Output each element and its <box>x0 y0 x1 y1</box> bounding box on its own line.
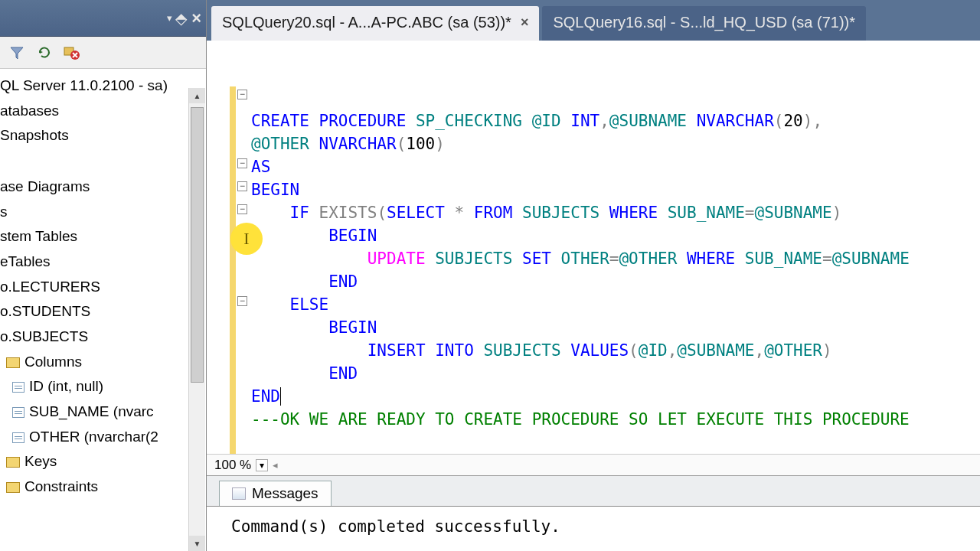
tree-column-id[interactable]: ID (int, null) <box>0 374 206 399</box>
tree-databases-node[interactable]: atabases <box>0 99 206 124</box>
fold-toggle[interactable]: − <box>237 296 247 306</box>
tab-close-icon[interactable]: × <box>521 15 529 31</box>
tree-label: OTHER (nvarchar(2 <box>29 429 158 445</box>
cursor-highlight-icon: I <box>230 223 263 255</box>
folder-icon <box>6 457 20 468</box>
refresh-icon[interactable] <box>35 44 54 62</box>
tree-students-node[interactable]: o.STUDENTS <box>0 299 206 324</box>
tab-label: SQLQuery16.sql - S...ld_HQ_USD (sa (71))… <box>553 14 855 31</box>
tree-columns-node[interactable]: Columns <box>0 350 206 375</box>
tree-label: SUB_NAME (nvarc <box>29 403 154 419</box>
object-explorer-panel: ▾ ⬘ × QL Server 11.0.2100 - sa) atabases… <box>0 0 207 551</box>
panel-header: ▾ ⬘ × <box>0 0 206 37</box>
scroll-up-icon[interactable]: ▲ <box>189 88 205 103</box>
results-tabstrip: Messages <box>207 475 980 506</box>
panel-toolbar <box>0 37 206 69</box>
tree-column-subname[interactable]: SUB_NAME (nvarc <box>0 399 206 425</box>
tree-label: Keys <box>24 453 57 469</box>
tree-constraints-node[interactable]: Constraints <box>0 474 206 500</box>
tree-scrollbar[interactable]: ▲ ▼ <box>188 88 205 551</box>
messages-icon <box>232 487 246 500</box>
tree-column-other[interactable]: OTHER (nvarchar(2 <box>0 425 206 450</box>
fold-gutter: − − − − − <box>236 86 251 454</box>
scroll-down-icon[interactable]: ▼ <box>189 536 205 551</box>
fold-toggle[interactable]: − <box>237 181 247 191</box>
editor-tabstrip: SQLQuery20.sql - A...A-PC.ABC (sa (53))*… <box>207 0 980 41</box>
tab-sqlquery16[interactable]: SQLQuery16.sql - S...ld_HQ_USD (sa (71))… <box>542 6 866 41</box>
modification-strip <box>230 86 236 454</box>
pin-icon[interactable]: ⬘ <box>175 9 187 28</box>
tree-s-node[interactable]: s <box>0 200 206 225</box>
tree-keys-node[interactable]: Keys <box>0 449 206 474</box>
hscroll-left-icon[interactable]: ◂ <box>273 459 278 471</box>
tree-etables-node[interactable]: eTables <box>0 249 206 275</box>
tab-messages[interactable]: Messages <box>219 481 332 506</box>
column-icon <box>12 382 24 393</box>
code-editor[interactable]: − − − − − ICREATE PROCEDURE SP_CHECKING … <box>207 41 980 454</box>
tab-sqlquery20[interactable]: SQLQuery20.sql - A...A-PC.ABC (sa (53))*… <box>211 6 539 41</box>
messages-output[interactable]: Command(s) completed successfully. <box>207 506 980 551</box>
tree-system-tables-node[interactable]: stem Tables <box>0 224 206 249</box>
object-tree[interactable]: QL Server 11.0.2100 - sa) atabases Snaps… <box>0 69 206 551</box>
zoom-bar: 100 % ▾ ◂ <box>207 454 980 475</box>
folder-icon <box>6 357 20 368</box>
filter-icon[interactable] <box>8 44 26 62</box>
tree-server-node[interactable]: QL Server 11.0.2100 - sa) <box>0 73 206 99</box>
tab-label: SQLQuery20.sql - A...A-PC.ABC (sa (53))* <box>222 14 511 31</box>
tree-lecturers-node[interactable]: o.LECTURERS <box>0 275 206 300</box>
fold-toggle[interactable]: − <box>237 90 247 99</box>
tree-subjects-node[interactable]: o.SUBJECTS <box>0 324 206 350</box>
column-icon <box>12 407 24 418</box>
gutter <box>207 86 230 454</box>
tree-label: Columns <box>24 354 82 370</box>
tree-label: Constraints <box>24 478 98 494</box>
tree-label: ID (int, null) <box>29 378 103 394</box>
code-body[interactable]: ICREATE PROCEDURE SP_CHECKING @ID INT,@S… <box>251 86 980 454</box>
tree-snapshots-node[interactable]: Snapshots <box>0 123 206 148</box>
tab-label: Messages <box>252 485 318 502</box>
fold-toggle[interactable]: − <box>237 204 247 214</box>
editor-area: − − − − − ICREATE PROCEDURE SP_CHECKING … <box>207 41 980 551</box>
fold-toggle[interactable]: − <box>237 158 247 168</box>
stop-filter-icon[interactable] <box>63 44 81 62</box>
panel-close-icon[interactable]: × <box>191 8 201 28</box>
zoom-value: 100 % <box>214 458 251 473</box>
tree-diagrams-node[interactable]: ase Diagrams <box>0 174 206 200</box>
scrollbar-thumb[interactable] <box>191 107 204 383</box>
folder-icon <box>6 482 20 493</box>
zoom-dropdown-icon[interactable]: ▾ <box>256 459 268 471</box>
panel-menu-icon[interactable]: ▾ <box>167 12 171 24</box>
column-icon <box>12 432 24 443</box>
